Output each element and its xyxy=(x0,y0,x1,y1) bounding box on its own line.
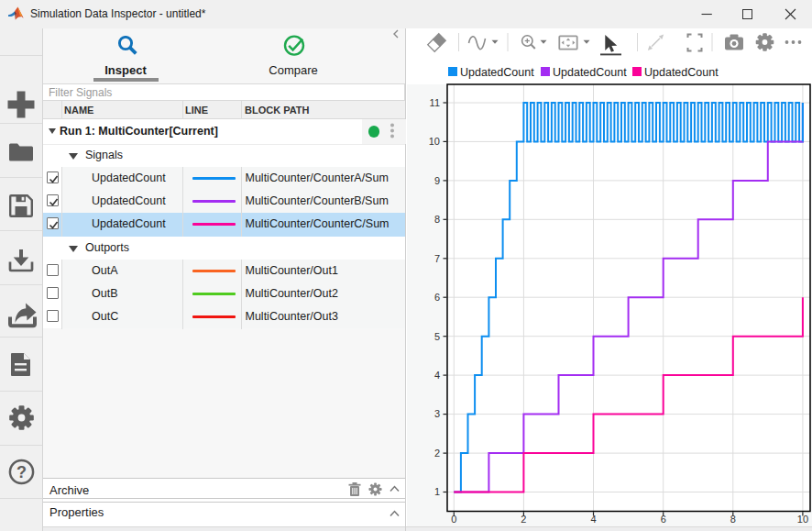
svg-text:3: 3 xyxy=(434,408,440,419)
svg-text:8: 8 xyxy=(730,514,736,525)
svg-text:8: 8 xyxy=(434,214,440,225)
svg-text:10: 10 xyxy=(429,136,440,147)
svg-text:2: 2 xyxy=(434,448,440,459)
svg-text:0: 0 xyxy=(451,514,456,525)
svg-text:7: 7 xyxy=(434,253,440,264)
svg-text:6: 6 xyxy=(661,514,666,525)
svg-text:11: 11 xyxy=(430,97,440,108)
svg-text:1: 1 xyxy=(434,486,440,497)
svg-text:4: 4 xyxy=(590,514,596,525)
svg-text:4: 4 xyxy=(434,370,440,381)
svg-text:6: 6 xyxy=(434,292,440,303)
svg-text:2: 2 xyxy=(521,514,526,525)
svg-text:?: ? xyxy=(16,463,27,481)
svg-text:9: 9 xyxy=(434,175,440,186)
svg-text:10: 10 xyxy=(797,514,808,525)
svg-text:5: 5 xyxy=(434,331,440,342)
